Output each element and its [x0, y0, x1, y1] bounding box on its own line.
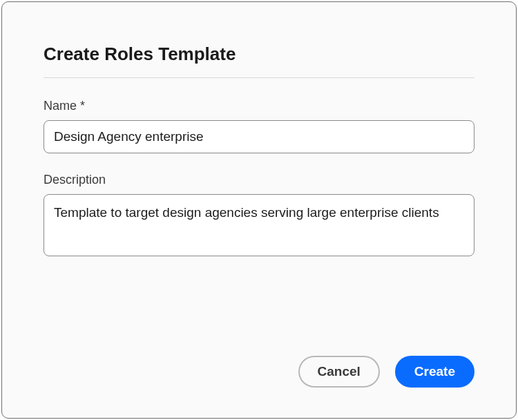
name-label: Name *	[44, 99, 474, 113]
create-button[interactable]: Create	[395, 356, 474, 388]
dialog-title: Create Roles Template	[44, 44, 474, 65]
description-label: Description	[44, 173, 474, 187]
button-row: Cancel Create	[298, 356, 474, 388]
cancel-button[interactable]: Cancel	[298, 356, 380, 388]
description-field-group: Description	[44, 173, 474, 259]
name-input[interactable]	[44, 120, 474, 153]
create-roles-template-dialog: Create Roles Template Name * Description…	[1, 1, 517, 419]
name-field-group: Name *	[44, 99, 474, 153]
description-input[interactable]	[44, 194, 474, 256]
divider	[44, 77, 474, 78]
